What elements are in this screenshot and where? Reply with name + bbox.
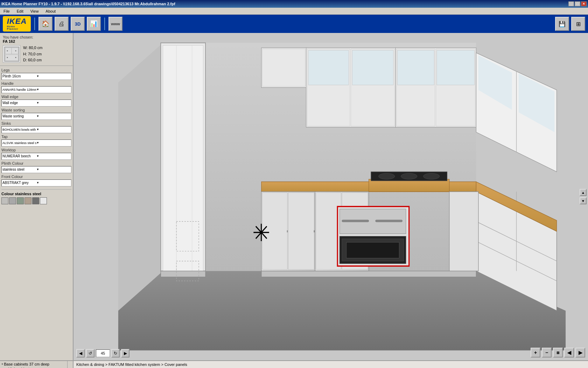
svg-rect-35 (369, 179, 449, 191)
prop-waste-sorting-label: Waste sorting (1, 107, 71, 113)
catalog-breadcrumb: Kitchen & dining > FAKTUM fitted kitchen… (74, 361, 588, 368)
layout-button[interactable]: ⊞ (571, 17, 585, 31)
print-button[interactable]: 🖨 (55, 17, 69, 31)
home-button[interactable]: 🏠 (38, 17, 52, 31)
svg-rect-31 (288, 193, 314, 270)
zoom-out-button[interactable]: − (542, 348, 552, 357)
svg-point-39 (424, 173, 440, 179)
item-code: FA 162 (3, 39, 70, 43)
colour-section-label: Colour stainless steel (1, 192, 71, 196)
prop-sinks-select[interactable]: BOHOLMEN bowls with drain 90x50 ▼ (1, 126, 71, 133)
main-layout: You have chosen: FA 162 (0, 33, 588, 360)
title-text: IKEA Home Planner FY10 - 1.9.7 - \\192.1… (1, 2, 175, 6)
ikea-logo: IKEA HomePlanner (3, 16, 31, 32)
swatch-steel[interactable] (9, 197, 16, 204)
tree-item-base-cabinets[interactable]: + Base cabinets 37 cm deep (1, 362, 66, 367)
chevron-down-icon: ▼ (36, 75, 70, 78)
nav-next-button[interactable]: ▶ (121, 349, 130, 357)
nav-rotate-right-button[interactable]: ↻ (111, 349, 120, 357)
svg-rect-55 (376, 220, 402, 222)
prop-sinks-label: Sinks (1, 121, 71, 126)
prop-handle-select[interactable]: ANNARS handle 128mm white ▼ (1, 86, 71, 93)
swatch-brown[interactable] (24, 197, 31, 204)
prop-tap-label: Tap (1, 134, 71, 139)
chevron-down-icon: ▼ (36, 141, 70, 144)
chevron-down-icon: ▼ (36, 181, 70, 184)
minimize-button[interactable]: _ (568, 1, 574, 6)
prop-wall-edge-label: Wall edge (1, 94, 71, 100)
swatch-dark[interactable] (32, 197, 39, 204)
tree-item-high-cabinets[interactable]: + High cabinets (1, 367, 66, 368)
svg-point-37 (379, 173, 395, 179)
zoom-controls: + − ⊠ ◀ ▶ (531, 348, 585, 357)
left-panel: You have chosen: FA 162 (0, 33, 74, 360)
viewport[interactable]: ✳ ◀ ↺ ↻ ▶ + − ⊠ ◀ ▶ ▲ ▼ (74, 33, 588, 360)
scroll-down-button[interactable]: ▼ (580, 197, 587, 204)
svg-point-7 (15, 57, 16, 58)
tree-content: + Base cabinets 37 cm deep + High cabine… (0, 361, 73, 368)
prop-worktop: Worktop NUMERAR beech ▼ (1, 147, 71, 160)
chevron-down-icon: ▼ (36, 101, 70, 104)
svg-rect-54 (342, 220, 369, 222)
svg-rect-13 (262, 49, 305, 87)
swatch-green[interactable] (17, 197, 24, 204)
prop-front-colour-select[interactable]: ABSTRAKT grey ▼ (1, 179, 71, 186)
nav-left-button[interactable]: ◀ (564, 348, 574, 357)
nav-right-button[interactable]: ▶ (575, 348, 585, 357)
zoom-in-button[interactable]: + (531, 348, 540, 357)
maximize-button[interactable]: □ (575, 1, 580, 6)
menu-file[interactable]: File (1, 8, 12, 14)
swatch-silver[interactable] (1, 197, 8, 204)
scroll-controls: ▲ ▼ (578, 188, 588, 206)
colour-swatches (1, 197, 71, 204)
svg-point-38 (401, 173, 417, 179)
chosen-label: You have chosen: (3, 35, 70, 39)
www-button[interactable]: www (108, 17, 122, 31)
close-button[interactable]: ✕ (581, 1, 587, 6)
viewport-nav: ◀ ↺ ↻ ▶ (76, 349, 130, 357)
menu-view[interactable]: View (28, 8, 41, 14)
menu-edit[interactable]: Edit (15, 8, 26, 14)
item-thumbnail (3, 45, 20, 63)
prop-worktop-label: Worktop (1, 147, 71, 153)
save-button[interactable]: 💾 (555, 17, 569, 31)
tree-scrollbar[interactable] (67, 361, 73, 368)
prop-waste-sorting-select[interactable]: Waste sorting ▼ (1, 113, 71, 120)
prop-wall-edge-select[interactable]: Wall edge ▼ (1, 100, 71, 107)
nav-rotate-left-button[interactable]: ↺ (86, 349, 94, 357)
properties-panel: Legs Plinth 16cm ▼ Handle ANNARS handle … (0, 66, 73, 360)
prop-legs-select[interactable]: Plinth 16cm ▼ (1, 73, 71, 80)
chevron-down-icon: ▼ (36, 168, 70, 171)
swatch-white[interactable] (40, 197, 47, 204)
catalog-panel: Kitchen & dining > FAKTUM fitted kitchen… (74, 361, 588, 368)
svg-point-5 (15, 50, 16, 51)
svg-point-6 (7, 57, 8, 58)
menu-about[interactable]: About (43, 8, 58, 14)
svg-rect-53 (346, 242, 399, 258)
prop-legs: Legs Plinth 16cm ▼ (1, 67, 71, 80)
3d-button[interactable]: 3D (71, 17, 85, 31)
prop-handle-label: Handle (1, 81, 71, 86)
prop-legs-label: Legs (1, 67, 71, 73)
prop-worktop-select[interactable]: NUMERAR beech ▼ (1, 153, 71, 160)
angle-input[interactable] (96, 349, 110, 357)
toolbar: IKEA HomePlanner 🏠 🖨 3D 📊 www 💾 ⊞ (0, 15, 588, 33)
svg-rect-17 (308, 50, 349, 85)
prop-front-colour-label: Front Colour (1, 174, 71, 179)
nav-prev-button[interactable]: ◀ (76, 349, 85, 357)
tree-panel: + Base cabinets 37 cm deep + High cabine… (0, 361, 74, 368)
svg-rect-58 (449, 192, 478, 271)
toolbar-separator-1 (34, 18, 35, 30)
prop-tap-select[interactable]: ALSVIK stainless steel single ▼ (1, 139, 71, 146)
prop-plinth-colour-select[interactable]: stainless steel ▼ (1, 166, 71, 173)
svg-rect-56 (261, 271, 476, 277)
prop-wall-edge: Wall edge Wall edge ▼ (1, 94, 71, 107)
scroll-up-button[interactable]: ▲ (580, 189, 587, 196)
calculator-button[interactable]: 📊 (87, 17, 101, 31)
zoom-fit-button[interactable]: ⊠ (553, 348, 563, 357)
menu-bar: File Edit View About (0, 8, 588, 15)
title-bar-buttons[interactable]: _ □ ✕ (568, 1, 587, 6)
prop-handle: Handle ANNARS handle 128mm white ▼ (1, 81, 71, 93)
chevron-down-icon: ▼ (36, 155, 70, 158)
title-bar: IKEA Home Planner FY10 - 1.9.7 - \\192.1… (0, 0, 588, 8)
